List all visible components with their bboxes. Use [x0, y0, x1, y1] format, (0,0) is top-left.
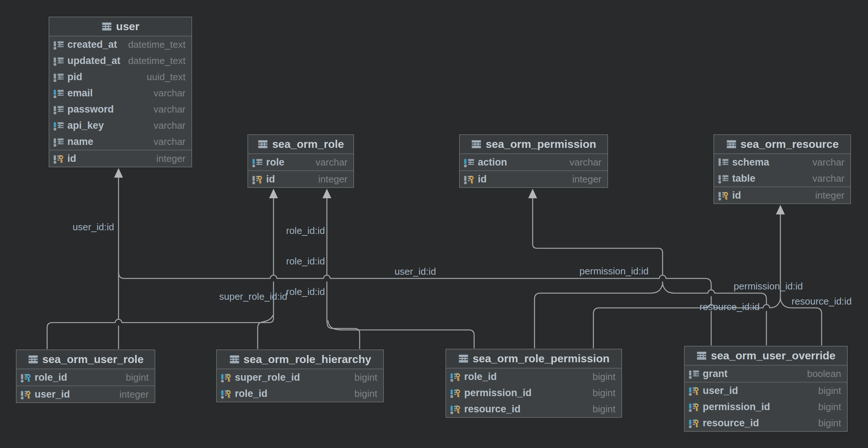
column-section: role_idbigintpermission_idbigintresource… — [446, 369, 621, 417]
column-name: user_id — [35, 389, 70, 400]
column-name: permission_id — [703, 401, 770, 413]
column-row-id[interactable]: idinteger — [460, 171, 607, 187]
table-sea_orm_role[interactable]: sea_orm_rolerolevarcharidinteger — [247, 134, 354, 188]
edge-label: resource_id:id — [791, 296, 851, 307]
column-row-permission_id[interactable]: permission_idbigint — [685, 399, 847, 415]
column-type: varchar — [812, 173, 850, 184]
key-column-icon — [688, 401, 699, 412]
column-row-resource_id[interactable]: resource_idbigint — [685, 415, 847, 431]
table-header[interactable]: sea_orm_user_role — [17, 350, 155, 369]
column-type: bigint — [593, 371, 621, 383]
column-type: integer — [156, 153, 192, 164]
column-name: id — [67, 153, 76, 164]
column-row-role[interactable]: rolevarchar — [248, 154, 353, 170]
table-sea_orm_user_role[interactable]: sea_orm_user_rolerole_idbigintuser_idint… — [16, 349, 155, 403]
column-name: schema — [732, 157, 769, 168]
table-icon — [726, 139, 737, 150]
table-header[interactable]: sea_orm_role_hierarchy — [217, 350, 383, 369]
column-name: id — [266, 174, 275, 185]
column-type: integer — [318, 174, 354, 185]
column-icon — [53, 71, 64, 82]
column-row-role_id[interactable]: role_idbigint — [446, 369, 621, 385]
table-title: sea_orm_role_permission — [473, 352, 610, 365]
table-header[interactable]: sea_orm_role_permission — [446, 349, 621, 369]
column-name: created_at — [67, 39, 117, 50]
column-row-id[interactable]: idinteger — [49, 150, 191, 167]
column-row-role_id[interactable]: role_idbigint — [217, 385, 383, 402]
column-icon — [53, 39, 64, 50]
column-row-resource_id[interactable]: resource_idbigint — [446, 401, 621, 417]
column-type: integer — [572, 174, 608, 185]
column-row-permission_id[interactable]: permission_idbigint — [446, 385, 621, 401]
key-column-icon — [20, 389, 31, 400]
edge-label: super_role_id:id — [219, 291, 287, 302]
column-row-role_id[interactable]: role_idbigint — [17, 369, 155, 385]
key-column-icon — [688, 417, 699, 429]
table-icon — [101, 21, 112, 32]
column-row-password[interactable]: passwordvarchar — [49, 101, 191, 117]
column-section: actionvarchar — [460, 154, 607, 170]
key-section: idinteger — [49, 150, 191, 167]
column-row-grant[interactable]: grantboolean — [685, 366, 847, 382]
column-type: bigint — [593, 403, 621, 415]
column-type: bigint — [354, 372, 383, 383]
column-row-user_id[interactable]: user_idinteger — [17, 386, 155, 402]
column-type: varchar — [154, 136, 191, 147]
table-header[interactable]: sea_orm_permission — [460, 135, 607, 154]
table-sea_orm_user_override[interactable]: sea_orm_user_overridegrantbooleanuser_id… — [684, 346, 848, 432]
column-row-id[interactable]: idinteger — [714, 187, 850, 203]
column-row-pid[interactable]: piduuid_text — [49, 69, 191, 85]
column-name: id — [478, 174, 487, 185]
relationship-edge-sea_orm_user_role.role_id-to-sea_orm_role.id[interactable] — [47, 198, 274, 350]
column-row-user_id[interactable]: user_idbigint — [685, 383, 847, 399]
key-section: user_idinteger — [17, 385, 155, 402]
table-sea_orm_permission[interactable]: sea_orm_permissionactionvarcharidinteger — [459, 134, 608, 188]
relationship-edge-sea_orm_role_hierarchy.super_role_id-to-sea_orm_role.id[interactable] — [258, 316, 273, 350]
edge-label: resource_id:id — [699, 301, 759, 312]
table-header[interactable]: sea_orm_resource — [714, 135, 850, 154]
column-row-api_key[interactable]: api_keyvarchar — [49, 117, 191, 134]
table-header[interactable]: user — [49, 17, 191, 36]
arrowhead-icon — [322, 189, 331, 198]
column-type: varchar — [154, 120, 191, 131]
column-name: api_key — [67, 120, 104, 131]
relationship-edge-sea_orm_role_permission.role_id-to-sea_orm_role.id[interactable] — [328, 321, 474, 349]
column-row-id[interactable]: idinteger — [248, 171, 353, 187]
column-row-table[interactable]: tablevarchar — [714, 170, 850, 186]
table-user[interactable]: usercreated_atdatetime_textupdated_atdat… — [49, 17, 192, 167]
column-row-created_at[interactable]: created_atdatetime_text — [49, 36, 191, 53]
column-section: created_atdatetime_textupdated_atdatetim… — [49, 36, 191, 150]
column-row-name[interactable]: namevarchar — [49, 134, 191, 150]
column-name: resource_id — [703, 417, 759, 429]
relationship-edge-sea_orm_user_override.user_id-to-user.id[interactable] — [119, 273, 711, 346]
table-header[interactable]: sea_orm_user_override — [685, 346, 847, 366]
column-row-email[interactable]: emailvarchar — [49, 85, 191, 101]
key-section: user_idbigintpermission_idbigintresource… — [685, 382, 847, 431]
column-row-super_role_id[interactable]: super_role_idbigint — [217, 369, 383, 385]
column-icon — [53, 136, 64, 147]
table-title: sea_orm_user_override — [711, 349, 836, 362]
column-section: grantboolean — [685, 366, 847, 382]
table-sea_orm_resource[interactable]: sea_orm_resourceschemavarchartablevarcha… — [713, 134, 851, 204]
key-section: idinteger — [248, 170, 353, 187]
column-icon — [53, 88, 64, 99]
key-column-icon — [53, 153, 64, 164]
column-type: integer — [120, 389, 155, 400]
key-column-icon — [688, 385, 699, 396]
column-row-updated_at[interactable]: updated_atdatetime_text — [49, 53, 191, 69]
key-column-icon — [718, 190, 729, 201]
edge-label: role_id:id — [286, 256, 325, 267]
column-type: varchar — [315, 157, 353, 168]
edge-label: role_id:id — [286, 286, 325, 297]
column-type: bigint — [593, 387, 621, 399]
table-sea_orm_role_permission[interactable]: sea_orm_role_permissionrole_idbigintperm… — [445, 349, 622, 418]
column-row-schema[interactable]: schemavarchar — [714, 154, 850, 170]
table-header[interactable]: sea_orm_role — [248, 135, 353, 154]
column-row-action[interactable]: actionvarchar — [460, 154, 607, 170]
edge-label: permission_id:id — [579, 266, 649, 277]
column-name: user_id — [703, 385, 738, 397]
table-sea_orm_role_hierarchy[interactable]: sea_orm_role_hierarchysuper_role_idbigin… — [216, 349, 384, 402]
key-column-icon — [220, 372, 232, 383]
column-name: pid — [67, 71, 82, 83]
column-icon — [718, 157, 729, 168]
